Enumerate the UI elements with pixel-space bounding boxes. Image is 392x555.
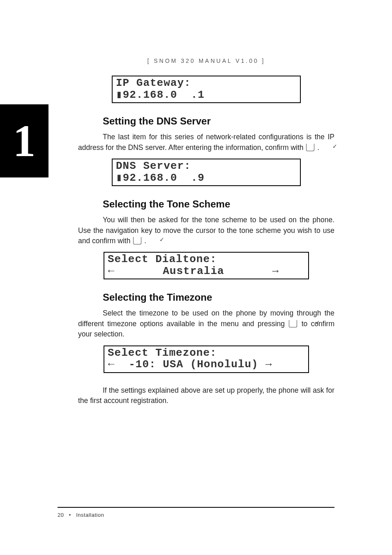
- page: [ SNOM 320 MANUAL V1.00 ] 1 IP Gateway: …: [0, 0, 392, 555]
- lcd-ip-gateway: IP Gateway: ▮92.168.0 .1: [112, 76, 301, 103]
- para-timezone: Select the timezone to be used on the ph…: [78, 308, 334, 339]
- running-header: [ SNOM 320 MANUAL V1.00 ]: [78, 58, 334, 64]
- heading-tone-scheme: Selecting the Tone Scheme: [103, 198, 334, 210]
- header-product: SNOM: [154, 58, 178, 64]
- lcd-dns-server: DNS Server: ▮92.168.0 .9: [112, 159, 301, 186]
- lcd-line: ▮92.168.0 .9: [116, 172, 205, 184]
- lcd-line: DNS Server:: [116, 160, 191, 172]
- header-model: 320: [181, 58, 195, 64]
- arrow-right-icon: →: [272, 265, 279, 277]
- lcd-select-dialtone: Select Dialtone: ← Australia →: [104, 252, 309, 279]
- text: The last item for this series of network…: [78, 133, 334, 151]
- heading-timezone: Selecting the Timezone: [103, 292, 334, 303]
- lcd-line: Select Dialtone:: [108, 253, 217, 265]
- lcd-line: IP Gateway:: [116, 77, 191, 89]
- bullet-icon: •: [69, 512, 71, 518]
- header-manual: MANUAL: [198, 58, 232, 64]
- para-tone: You will then be asked for the tone sche…: [78, 215, 334, 246]
- lcd-line: Australia: [115, 265, 272, 277]
- footer-section: Installation: [76, 512, 104, 518]
- lcd-select-timezone: Select Timezone: ← -10: USA (Honolulu) →: [104, 345, 309, 373]
- ok-key-icon: [289, 320, 297, 327]
- ok-key-icon: [133, 237, 141, 244]
- footer-rule: [58, 507, 334, 508]
- arrow-left-icon: ←: [108, 265, 115, 277]
- ok-key-icon: [306, 144, 314, 151]
- footer-text: 20 • Installation: [58, 512, 334, 518]
- heading-dns-server: Setting the DNS Server: [103, 115, 334, 127]
- para-dns: The last item for this series of network…: [78, 132, 334, 153]
- lcd-line: ▮92.168.0 .1: [116, 89, 205, 101]
- header-version: V1.00: [235, 58, 259, 64]
- page-footer: 20 • Installation: [58, 507, 334, 518]
- arrow-left-icon: ←: [108, 359, 115, 371]
- lcd-line: -10: USA (Honolulu): [115, 358, 265, 371]
- page-number: 20: [58, 512, 64, 518]
- chapter-number: 1: [13, 115, 36, 167]
- lcd-line: Select Timezone:: [108, 347, 217, 359]
- text: You will then be asked for the tone sche…: [78, 216, 334, 245]
- chapter-number-badge: 1: [0, 104, 48, 177]
- para-closing: If the settings explained above are set …: [78, 385, 334, 406]
- arrow-right-icon: →: [265, 359, 272, 371]
